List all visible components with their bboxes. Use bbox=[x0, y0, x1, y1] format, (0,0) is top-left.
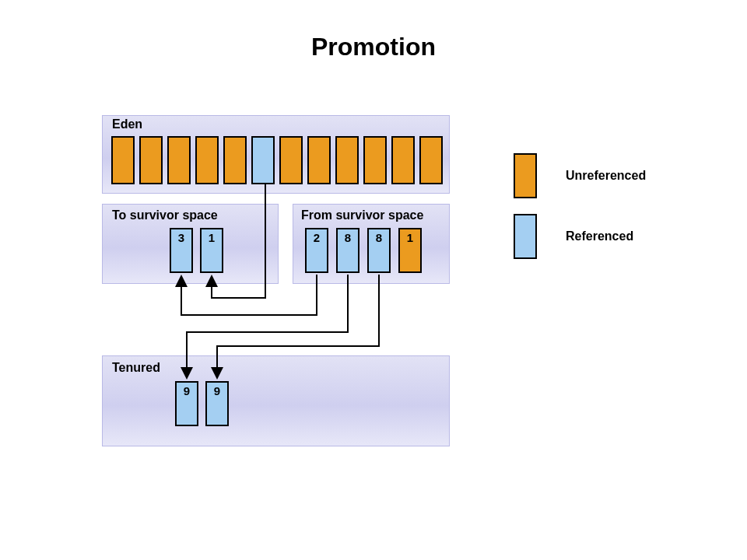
eden-slot-5 bbox=[251, 136, 275, 184]
to-survivor-slot-0: 3 bbox=[170, 228, 193, 273]
from-survivor-slot-1: 8 bbox=[336, 228, 359, 273]
eden-slot-7 bbox=[307, 136, 331, 184]
to-survivor-slot-1-value: 1 bbox=[202, 229, 222, 244]
legend-referenced-swatch bbox=[514, 214, 537, 259]
to-survivor-label: To survivor space bbox=[112, 208, 218, 222]
eden-slot-9 bbox=[363, 136, 387, 184]
legend-referenced-label: Referenced bbox=[566, 229, 633, 243]
eden-slot-0 bbox=[111, 136, 135, 184]
legend-unreferenced-swatch bbox=[514, 153, 537, 198]
eden-slot-2 bbox=[167, 136, 191, 184]
from-survivor-label: From survivor space bbox=[301, 208, 423, 222]
from-survivor-slot-0-value: 2 bbox=[307, 229, 327, 244]
tenured-slot-0-value: 9 bbox=[177, 383, 197, 397]
eden-slot-1 bbox=[139, 136, 163, 184]
eden-slot-6 bbox=[279, 136, 303, 184]
from-survivor-slot-2-value: 8 bbox=[369, 229, 389, 244]
from-survivor-slot-0: 2 bbox=[305, 228, 328, 273]
tenured-slot-0: 9 bbox=[175, 381, 198, 426]
tenured-slot-1-value: 9 bbox=[207, 383, 227, 397]
eden-label: Eden bbox=[112, 117, 142, 131]
eden-slot-8 bbox=[335, 136, 359, 184]
eden-slot-4 bbox=[223, 136, 247, 184]
legend-unreferenced-label: Unreferenced bbox=[566, 169, 646, 183]
from-survivor-slot-1-value: 8 bbox=[338, 229, 358, 244]
tenured-label: Tenured bbox=[112, 361, 160, 375]
tenured-slot-1: 9 bbox=[205, 381, 229, 426]
eden-slot-3 bbox=[195, 136, 219, 184]
to-survivor-slot-1: 1 bbox=[200, 228, 223, 273]
eden-slot-10 bbox=[391, 136, 415, 184]
from-survivor-slot-2: 8 bbox=[367, 228, 391, 273]
eden-slot-11 bbox=[419, 136, 443, 184]
from-survivor-slot-3-value: 1 bbox=[400, 229, 420, 244]
diagram-title: Promotion bbox=[0, 33, 747, 61]
to-survivor-slot-0-value: 3 bbox=[171, 229, 191, 244]
from-survivor-slot-3: 1 bbox=[398, 228, 422, 273]
